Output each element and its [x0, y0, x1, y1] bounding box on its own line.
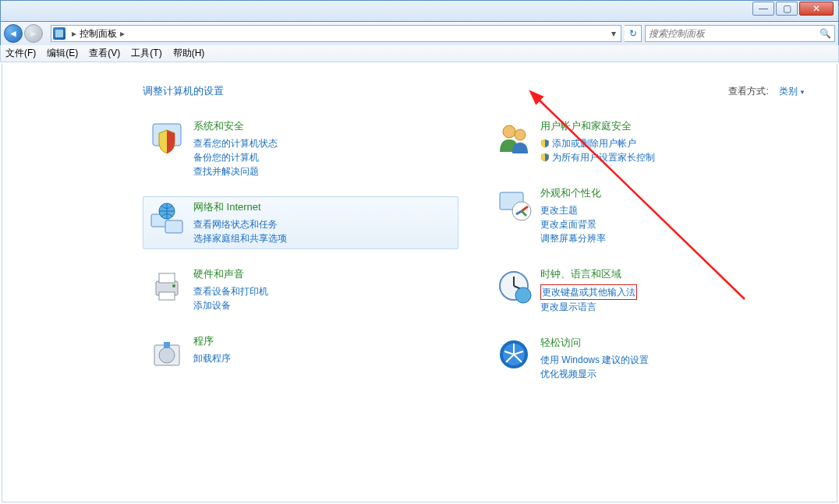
view-by: 查看方式: 类别▼: [728, 85, 805, 98]
category-column-left: 系统和安全查看您的计算机状态备份您的计算机查找并解决问题网络和 Internet…: [143, 115, 458, 399]
window-titlebar: — ▢ ✕: [0, 0, 839, 22]
category-appearance: 外观和个性化更改主题更改桌面背景调整屏幕分辨率: [490, 182, 805, 249]
category-title[interactable]: 网络和 Internet: [193, 200, 453, 214]
minimize-icon: —: [759, 3, 768, 14]
category-users: 用户帐户和家庭安全添加或删除用户帐户为所有用户设置家长控制: [490, 115, 805, 168]
refresh-button[interactable]: ↻: [625, 25, 642, 42]
category-link[interactable]: 更改键盘或其他输入法: [540, 284, 800, 300]
menu-bar: 文件(F) 编辑(E) 查看(V) 工具(T) 帮助(H): [0, 45, 839, 62]
category-title[interactable]: 轻松访问: [540, 336, 800, 350]
forward-button[interactable]: ►: [24, 24, 43, 43]
category-link[interactable]: 查看设备和打印机: [193, 284, 453, 298]
globe-net-icon: [148, 200, 186, 238]
category-title[interactable]: 硬件和声音: [193, 267, 453, 281]
menu-view[interactable]: 查看(V): [89, 47, 120, 60]
category-link[interactable]: 添加或删除用户帐户: [540, 136, 800, 150]
category-link[interactable]: 使用 Windows 建议的设置: [540, 353, 800, 367]
category-link[interactable]: 优化视频显示: [540, 367, 800, 381]
printer-icon: [148, 267, 186, 305]
category-link[interactable]: 更改主题: [540, 203, 800, 217]
category-title[interactable]: 程序: [193, 334, 453, 348]
search-box[interactable]: 🔍: [645, 25, 835, 42]
page-title: 调整计算机的设置: [143, 84, 224, 98]
category-link[interactable]: 调整屏幕分辨率: [540, 231, 800, 245]
breadcrumb-sep-icon: ▸: [120, 28, 125, 39]
category-title[interactable]: 外观和个性化: [540, 186, 800, 200]
category-title[interactable]: 系统和安全: [193, 119, 453, 133]
address-dropdown-icon[interactable]: ▾: [608, 28, 619, 39]
search-icon[interactable]: 🔍: [820, 28, 831, 39]
category-link[interactable]: 查找并解决问题: [193, 164, 453, 178]
category-shield-monitor: 系统和安全查看您的计算机状态备份您的计算机查找并解决问题: [143, 115, 458, 182]
breadcrumb-root[interactable]: 控制面板: [80, 27, 117, 41]
minimize-button[interactable]: —: [752, 2, 774, 16]
maximize-button[interactable]: ▢: [776, 2, 798, 16]
address-bar[interactable]: ▸ 控制面板 ▸ ▾: [51, 25, 621, 42]
view-by-label: 查看方式:: [728, 86, 768, 97]
category-clock: 时钟、语言和区域更改键盘或其他输入法更改显示语言: [490, 263, 805, 318]
category-link[interactable]: 为所有用户设置家长控制: [540, 150, 800, 164]
view-by-dropdown[interactable]: 类别▼: [779, 86, 805, 97]
category-title[interactable]: 用户帐户和家庭安全: [540, 119, 800, 133]
menu-file[interactable]: 文件(F): [5, 47, 36, 60]
menu-edit[interactable]: 编辑(E): [47, 47, 78, 60]
navigation-bar: ◄ ► ▸ 控制面板 ▸ ▾ ↻ 🔍: [0, 22, 839, 45]
close-icon: ✕: [812, 3, 820, 14]
uac-shield-icon: [540, 153, 550, 162]
category-link[interactable]: 查看网络状态和任务: [193, 217, 453, 231]
content-area: 调整计算机的设置 查看方式: 类别▼ 系统和安全查看您的计算机状态备份您的计算机…: [2, 64, 837, 502]
category-ease: 轻松访问使用 Windows 建议的设置优化视频显示: [490, 332, 805, 385]
users-icon: [495, 119, 533, 157]
category-link[interactable]: 更改显示语言: [540, 300, 800, 314]
appearance-icon: [495, 186, 533, 224]
menu-tools[interactable]: 工具(T): [131, 47, 161, 60]
breadcrumb-sep-icon: ▸: [72, 28, 76, 39]
category-link[interactable]: 选择家庭组和共享选项: [193, 231, 453, 245]
clock-icon: [495, 267, 533, 305]
shield-monitor-icon: [148, 119, 186, 157]
search-input[interactable]: [649, 28, 820, 39]
maximize-icon: ▢: [783, 3, 791, 14]
category-column-right: 用户帐户和家庭安全添加或删除用户帐户为所有用户设置家长控制外观和个性化更改主题更…: [490, 115, 805, 399]
history-buttons: ◄ ►: [4, 23, 48, 44]
close-button[interactable]: ✕: [799, 2, 834, 16]
category-box: 程序卸载程序: [143, 330, 458, 375]
category-link[interactable]: 添加设备: [193, 298, 453, 312]
category-title[interactable]: 时钟、语言和区域: [540, 267, 800, 281]
category-link[interactable]: 更改桌面背景: [540, 217, 800, 231]
category-link[interactable]: 备份您的计算机: [193, 150, 453, 164]
uac-shield-icon: [540, 139, 550, 148]
category-link[interactable]: 查看您的计算机状态: [193, 136, 453, 150]
back-button[interactable]: ◄: [4, 24, 23, 43]
category-globe-net: 网络和 Internet查看网络状态和任务选择家庭组和共享选项: [143, 196, 458, 249]
category-link[interactable]: 卸载程序: [193, 351, 453, 365]
ease-icon: [495, 336, 533, 373]
control-panel-icon: [53, 27, 65, 40]
menu-help[interactable]: 帮助(H): [173, 47, 205, 60]
category-printer: 硬件和声音查看设备和打印机添加设备: [143, 263, 458, 316]
box-icon: [148, 334, 186, 372]
refresh-icon: ↻: [629, 28, 637, 39]
